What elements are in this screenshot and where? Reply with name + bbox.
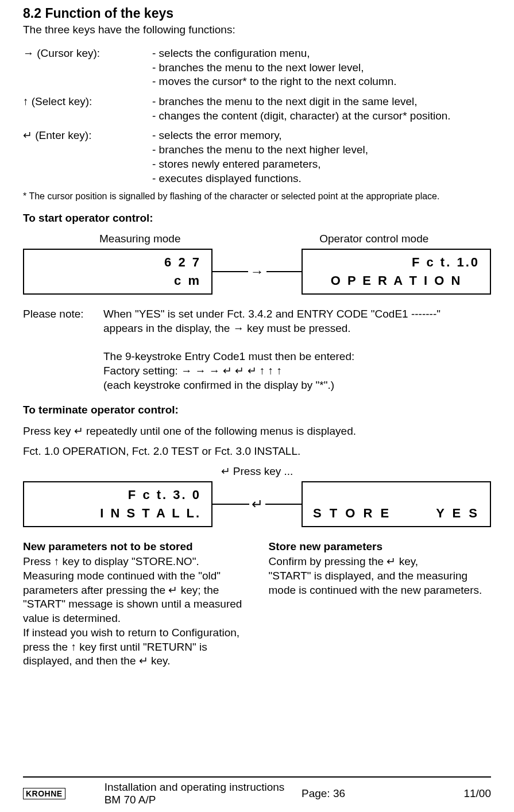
note-line-1b: appears in the display, the → key must b… xyxy=(103,322,491,336)
enter-arrow-icon: ↵ xyxy=(249,496,265,512)
section-title: 8.2 Function of the keys xyxy=(23,6,491,21)
col-store-body: Confirm by pressing the ↵ key, "START" i… xyxy=(269,555,492,597)
intro-text: The three keys have the following functi… xyxy=(23,24,491,36)
section-heading: Function of the keys xyxy=(45,6,173,21)
cursor-key-desc-3: - moves the cursor* to the right to the … xyxy=(152,75,491,89)
mode-labels: Measuring mode Operator control mode xyxy=(23,233,491,245)
enter-key-row: ↵ (Enter key): - selects the error memor… xyxy=(23,129,491,185)
col-store-head: Store new parameters xyxy=(269,540,492,554)
cursor-footnote: * The cursor position is signalled by fl… xyxy=(23,191,491,202)
lcd-fct-label: F c t. 1.0 xyxy=(313,255,480,270)
diagram-connector-1: → xyxy=(212,264,302,280)
cursor-key-symbol: → xyxy=(23,47,34,59)
col-not-stored-body: Press ↑ key to display "STORE.NO". Measu… xyxy=(23,555,246,668)
press-key-label: ↵ Press key ... xyxy=(23,465,491,478)
footer-title: Installation and operating instructions … xyxy=(82,781,302,806)
col-not-stored-head: New parameters not to be stored xyxy=(23,540,246,554)
key-function-list: → (Cursor key): - selects the configurat… xyxy=(23,47,491,185)
start-diagram: 6 2 7 c m → F c t. 1.0 O P E R A T I O N xyxy=(23,249,491,295)
col-not-stored: New parameters not to be stored Press ↑ … xyxy=(23,540,246,668)
lcd-measuring: 6 2 7 c m xyxy=(23,249,212,295)
note-line-2c: (each keystroke confirmed in the display… xyxy=(103,378,491,393)
operator-control-mode-label: Operator control mode xyxy=(257,233,492,245)
cursor-key-row: → (Cursor key): - selects the configurat… xyxy=(23,47,491,89)
lcd-measuring-unit: c m xyxy=(34,273,201,288)
select-key-desc-1: - branches the menu to the next digit in… xyxy=(152,95,491,109)
select-key-symbol: ↑ xyxy=(23,95,29,107)
cursor-key-desc-1: - selects the configuration menu, xyxy=(152,47,491,61)
note-line-1a: When "YES" is set under Fct. 3.4.2 and E… xyxy=(103,307,491,322)
lcd-operation-label: O P E R A T I O N xyxy=(313,273,480,288)
terminate-heading: To terminate operator control: xyxy=(23,404,491,416)
terminate-p2: Fct. 1.0 OPERATION, Fct. 2.0 TEST or Fct… xyxy=(23,444,491,459)
note-line-2a: The 9-keystroke Entry Code1 must then be… xyxy=(103,350,491,364)
note-line-2b: Factory setting: → → → ↵ ↵ ↵ ↑ ↑ ↑ xyxy=(103,364,491,378)
store-columns: New parameters not to be stored Press ↑ … xyxy=(23,540,491,668)
lcd-install-label: I N S T A L L. xyxy=(34,506,201,521)
enter-key-desc-2: - branches the menu to the next higher l… xyxy=(152,143,491,157)
cursor-key-name: (Cursor key): xyxy=(37,47,100,59)
brand-logo: KROHNE xyxy=(23,788,65,799)
enter-key-desc-4: - executes displayed functions. xyxy=(152,172,491,186)
footer-page: Page: 36 xyxy=(302,787,445,800)
footer-date: 11/00 xyxy=(445,787,491,800)
right-arrow-icon: → xyxy=(248,264,266,280)
cursor-key-desc-2: - branches the menu to the next lower le… xyxy=(152,61,491,75)
select-key-name: (Select key): xyxy=(32,95,92,107)
please-note-block: Please note: When "YES" is set under Fct… xyxy=(23,307,491,392)
lcd-measuring-value: 6 2 7 xyxy=(34,255,201,270)
start-operator-heading: To start operator control: xyxy=(23,212,491,225)
select-key-desc-2: - changes the content (digit, character)… xyxy=(152,109,491,123)
page-footer: KROHNE Installation and operating instru… xyxy=(23,776,491,806)
lcd-install: F c t. 3. 0 I N S T A L L. xyxy=(23,481,212,527)
measuring-mode-label: Measuring mode xyxy=(23,233,257,245)
diagram-connector-2: ↵ xyxy=(212,496,302,512)
lcd-fct30: F c t. 3. 0 xyxy=(34,488,201,502)
lcd-yes-label: Y E S xyxy=(436,506,480,521)
select-key-row: ↑ (Select key): - branches the menu to t… xyxy=(23,95,491,123)
enter-key-desc-1: - selects the error memory, xyxy=(152,129,491,143)
lcd-operation: F c t. 1.0 O P E R A T I O N xyxy=(302,249,491,295)
terminate-diagram: F c t. 3. 0 I N S T A L L. ↵ S T O R E Y… xyxy=(23,481,491,527)
enter-key-symbol: ↵ xyxy=(23,129,32,141)
terminate-p1: Press key ↵ repeatedly until one of the … xyxy=(23,424,491,439)
lcd-store-label: S T O R E xyxy=(313,506,391,521)
col-store: Store new parameters Confirm by pressing… xyxy=(269,540,492,668)
lcd-store: S T O R E Y E S xyxy=(302,481,491,527)
section-number: 8.2 xyxy=(23,6,41,21)
please-note-label: Please note: xyxy=(23,307,103,392)
enter-key-name: (Enter key): xyxy=(35,129,91,141)
enter-key-desc-3: - stores newly entered parameters, xyxy=(152,157,491,172)
